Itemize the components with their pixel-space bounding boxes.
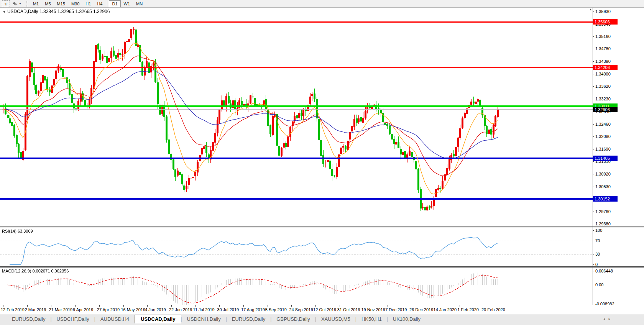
time-axis-tick bbox=[291, 305, 292, 307]
price-tick-label: 1.34780 bbox=[595, 46, 611, 51]
time-axis-label: 12 Feb 2019 bbox=[1, 307, 25, 312]
time-axis-tick bbox=[484, 305, 484, 307]
time-axis-label: 2 Mar 2019 bbox=[25, 307, 46, 312]
time-axis-tick bbox=[123, 305, 124, 307]
text-label-tool-button[interactable]: T bbox=[2, 0, 10, 7]
chart-toolbar: T ▼ M1M5M15M30H1H4D1W1MN bbox=[0, 0, 644, 8]
time-axis-label: 12 Oct 2019 bbox=[313, 307, 336, 312]
price-tick-label: 1.35160 bbox=[595, 34, 611, 39]
time-axis-label: 30 Jul 2019 bbox=[217, 307, 239, 312]
symbol-dropdown-icon[interactable]: ▼ bbox=[3, 10, 6, 14]
price-level-tag: 1.30152 bbox=[593, 196, 618, 202]
chart-title: ▼USDCAD,Daily 1.32845 1.32965 1.32665 1.… bbox=[3, 9, 110, 14]
time-axis-tick bbox=[51, 305, 51, 307]
timeframe-button-w1[interactable]: W1 bbox=[121, 0, 133, 7]
price-level-tag: 1.35606 bbox=[593, 19, 618, 25]
chart-tab-usdcnh-daily[interactable]: USDCNH,Daily bbox=[181, 315, 227, 323]
trading-terminal: T ▼ M1M5M15M30H1H4D1W1MN ▼USDCAD,Daily 1… bbox=[0, 0, 644, 325]
main-chart-canvas[interactable] bbox=[0, 8, 593, 227]
timeframe-button-m30[interactable]: M30 bbox=[68, 0, 82, 7]
chart-tab-eurusd-daily[interactable]: EURUSD,Daily bbox=[6, 315, 51, 323]
time-axis-tick bbox=[27, 305, 28, 307]
chart-tab-eurusd-daily[interactable]: EURUSD,Daily bbox=[226, 315, 271, 323]
timeframe-button-m5[interactable]: M5 bbox=[42, 0, 54, 7]
timeframe-button-mn[interactable]: MN bbox=[133, 0, 146, 7]
price-tick-label: 1.30530 bbox=[595, 184, 611, 189]
timeframe-button-h4[interactable]: H4 bbox=[94, 0, 105, 7]
chart-tab-gbpusd-daily[interactable]: GBPUSD,Daily bbox=[271, 315, 315, 323]
time-axis-tick bbox=[3, 305, 3, 307]
time-axis-label: 5 Sep 2019 bbox=[265, 307, 287, 312]
chart-tab-hk50-h1[interactable]: HK50,H1 bbox=[356, 315, 388, 323]
timeframe-button-m1[interactable]: M1 bbox=[30, 0, 42, 7]
time-axis-tick bbox=[99, 305, 100, 307]
macd-tick-label: 0.00 bbox=[595, 282, 603, 287]
time-axis-tick bbox=[315, 305, 316, 307]
price-tick-label: 1.33230 bbox=[595, 97, 611, 101]
chart-tab-uk100-daily[interactable]: UK100,Daily bbox=[387, 315, 426, 323]
time-axis-label: 1 Feb 2020 bbox=[457, 307, 479, 312]
time-axis-label: 27 Apr 2019 bbox=[97, 307, 120, 312]
toolbar-separator bbox=[107, 1, 107, 7]
time-axis-tick bbox=[268, 305, 268, 307]
price-tick-label: 1.32460 bbox=[595, 122, 611, 126]
rsi-tick-label: 70 bbox=[595, 238, 600, 243]
time-axis-tick bbox=[196, 305, 196, 307]
time-axis-tick bbox=[364, 305, 364, 307]
time-axis-tick bbox=[388, 305, 388, 307]
time-axis-tick bbox=[412, 305, 412, 307]
price-level-tag: 1.31405 bbox=[593, 156, 618, 161]
macd-label: MACD(12,26,9) 0.002071 0.002356 bbox=[2, 269, 69, 273]
chart-window: ▼USDCAD,Daily 1.32845 1.32965 1.32665 1.… bbox=[0, 8, 644, 314]
scroll-up-icon[interactable]: ▲ bbox=[589, 8, 592, 11]
price-tick-label: 1.32080 bbox=[595, 134, 611, 139]
macd-pane: MACD(12,26,9) 0.002071 0.002356 0.006448… bbox=[0, 268, 644, 305]
timeframe-button-h1[interactable]: H1 bbox=[82, 0, 94, 7]
price-tick-label: 1.29380 bbox=[595, 222, 611, 226]
chart-tab-usdcad-daily[interactable]: USDCAD,Daily bbox=[135, 315, 181, 323]
rsi-tick-label: 100 bbox=[595, 228, 602, 233]
time-axis-tick bbox=[436, 305, 436, 307]
time-axis[interactable]: 12 Feb 20192 Mar 201921 Mar 20199 Apr 20… bbox=[0, 305, 644, 314]
chart-tab-xauusd-m5[interactable]: XAUUSD,M5 bbox=[315, 315, 356, 323]
time-axis-label: 24 Sep 2019 bbox=[289, 307, 313, 312]
tab-scroll-left-icon[interactable]: ◄ bbox=[603, 317, 606, 321]
macd-canvas[interactable] bbox=[0, 268, 593, 305]
time-axis-tick bbox=[340, 305, 340, 307]
time-axis-label: 19 Nov 2019 bbox=[361, 307, 385, 312]
time-axis-tick bbox=[460, 305, 460, 307]
tab-scroll-right-icon[interactable]: ► bbox=[608, 317, 611, 321]
time-axis-label: 4 Jun 2019 bbox=[145, 307, 166, 312]
time-axis-label: 16 May 2019 bbox=[121, 307, 146, 312]
time-axis-label: 17 Aug 2019 bbox=[241, 307, 265, 312]
ohlc-values: 1.32845 1.32965 1.32665 1.32906 bbox=[39, 9, 110, 14]
time-axis-tick bbox=[219, 305, 220, 307]
rsi-canvas[interactable] bbox=[0, 228, 593, 266]
time-axis-label: 20 Feb 2020 bbox=[481, 307, 505, 312]
time-axis-label: 21 Mar 2019 bbox=[49, 307, 72, 312]
rsi-pane: RSI(14) 63.3009 10070300 bbox=[0, 228, 644, 266]
time-axis-tick bbox=[75, 305, 76, 307]
time-axis-label: 26 Dec 2019 bbox=[409, 307, 433, 312]
macd-tick-label: -0.008982 bbox=[595, 302, 614, 305]
rsi-tick-label: 30 bbox=[595, 252, 600, 256]
price-tick-label: 1.30920 bbox=[595, 172, 611, 176]
price-tick-label: 1.33620 bbox=[595, 84, 611, 89]
arrows-tool-icon bbox=[14, 3, 18, 7]
price-tick-label: 1.29760 bbox=[595, 209, 611, 214]
time-axis-label: 22 Jun 2019 bbox=[169, 307, 192, 312]
time-axis-tick bbox=[171, 305, 172, 307]
timeframe-button-d1[interactable]: D1 bbox=[109, 0, 120, 7]
price-tick-label: 1.34390 bbox=[595, 59, 611, 64]
time-axis-label: 9 Apr 2019 bbox=[73, 307, 93, 312]
time-axis-label: 7 Dec 2019 bbox=[385, 307, 407, 312]
price-tick-label: 1.34000 bbox=[595, 72, 611, 76]
chevron-down-icon[interactable]: ▼ bbox=[19, 2, 21, 5]
time-axis-label: 14 Jan 2020 bbox=[434, 307, 457, 312]
chart-tab-usdchf-daily[interactable]: USDCHF,Daily bbox=[51, 315, 95, 323]
timeframe-button-m15[interactable]: M15 bbox=[54, 0, 68, 7]
chart-tab-audusd-h4[interactable]: AUDUSD,H4 bbox=[95, 315, 135, 323]
arrows-tool-button[interactable]: ▼ bbox=[12, 1, 23, 7]
time-axis-tick bbox=[147, 305, 148, 307]
price-tick-label: 1.31690 bbox=[595, 147, 611, 151]
